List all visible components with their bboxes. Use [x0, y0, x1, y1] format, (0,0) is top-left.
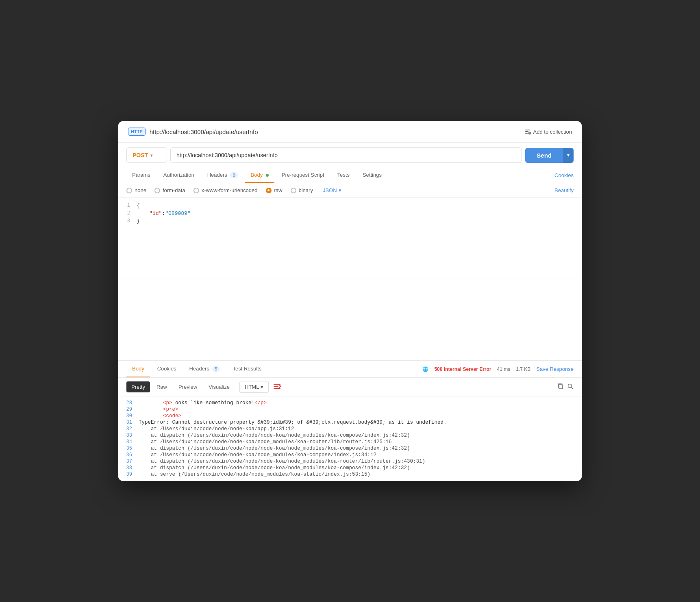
format-form-data[interactable]: form-data — [154, 187, 185, 193]
format-raw-label: raw — [274, 187, 283, 193]
cookies-button[interactable]: Cookies — [554, 168, 574, 182]
resp-linecontent-28: <p>Looks like something broke!</p> — [139, 400, 582, 406]
resp-line-32: 32 at /Users/duxin/code/node/node-koa/ap… — [118, 426, 582, 432]
resp-linenum-33: 33 — [118, 433, 139, 438]
format-urlencoded-label: x-www-form-urlencoded — [202, 187, 258, 193]
copy-button[interactable] — [557, 383, 564, 391]
editor-empty-space — [118, 279, 582, 360]
method-chevron-icon: ▾ — [150, 153, 152, 158]
resp-line-38: 38 at dispatch (/Users/duxin/code/node/n… — [118, 465, 582, 471]
svg-rect-2 — [525, 133, 528, 134]
code-line-2: 2 "id":"089089" — [118, 210, 582, 217]
resp-line-30: 30 <code> — [118, 413, 582, 419]
resp-linenum-38: 38 — [118, 465, 139, 471]
globe-icon: 🌐 — [422, 366, 428, 372]
response-format-bar: Pretty Raw Preview Visualize HTML ▾ — [118, 378, 582, 396]
resp-linecontent-32: at /Users/duxin/code/node/node-koa/app.j… — [139, 426, 582, 432]
line-num-2: 2 — [118, 210, 137, 216]
tab-pre-request-script[interactable]: Pre-request Script — [276, 168, 330, 183]
resp-linenum-32: 32 — [118, 426, 139, 432]
resp-tab-test-results[interactable]: Test Results — [227, 361, 267, 377]
code-editor[interactable]: 1 { 2 "id":"089089" 3 } — [118, 198, 582, 279]
json-type-select[interactable]: JSON ▾ — [323, 187, 341, 193]
resp-linecontent-35: at dispatch (/Users/duxin/code/node/node… — [139, 446, 582, 451]
search-icon — [567, 383, 574, 390]
resp-line-33: 33 at dispatch (/Users/duxin/code/node/n… — [118, 432, 582, 439]
add-collection-label: Add to collection — [533, 129, 572, 135]
html-label: HTML — [245, 384, 259, 390]
send-button-group: Send ▾ — [525, 148, 574, 163]
radio-none-icon — [126, 188, 132, 193]
resp-line-34: 34 at /Users/duxin/code/node/node-koa/no… — [118, 439, 582, 445]
json-key-id: "id" — [149, 210, 162, 217]
format-binary-label: binary — [299, 187, 313, 193]
resp-linenum-37: 37 — [118, 459, 139, 464]
resp-linecontent-31: TypeError: Cannot destructure property &… — [139, 420, 582, 425]
beautify-button[interactable]: Beautify — [554, 187, 574, 193]
code-line-1: 1 { — [118, 202, 582, 210]
body-format-bar: none form-data x-www-form-urlencoded raw… — [118, 183, 582, 198]
save-response-button[interactable]: Save Response — [536, 366, 574, 372]
radio-urlencoded-icon — [193, 188, 199, 193]
resp-linecontent-39: at serve (/Users/duxin/code/node/node_mo… — [139, 472, 582, 477]
copy-icon — [557, 383, 564, 390]
resp-tab-headers[interactable]: Headers 5 — [184, 361, 226, 377]
resp-format-visualize[interactable]: Visualize — [204, 381, 235, 392]
title-bar: HTTP http://localhost:3000/api/update/us… — [118, 121, 582, 143]
wrap-button[interactable] — [274, 383, 282, 391]
add-to-collection-button[interactable]: Add to collection — [524, 128, 572, 135]
svg-rect-9 — [559, 385, 563, 389]
radio-binary-icon — [291, 188, 296, 193]
response-action-icons — [557, 383, 574, 391]
resp-headers-badge: 5 — [212, 366, 220, 372]
radio-raw-icon — [266, 188, 272, 193]
body-dot — [266, 174, 269, 177]
resp-linecontent-38: at dispatch (/Users/duxin/code/node/node… — [139, 465, 582, 471]
resp-linecontent-34: at /Users/duxin/code/node/node-koa/node_… — [139, 439, 582, 445]
format-raw[interactable]: raw — [266, 187, 283, 193]
collection-icon — [524, 128, 531, 135]
code-line-3: 3 } — [118, 217, 582, 225]
resp-linecontent-30: <code> — [139, 413, 582, 419]
format-urlencoded[interactable]: x-www-form-urlencoded — [193, 187, 258, 193]
line-content-3: } — [137, 218, 582, 224]
resp-line-39: 39 at serve (/Users/duxin/code/node/node… — [118, 471, 582, 478]
tab-authorization[interactable]: Authorization — [158, 168, 200, 183]
resp-format-preview[interactable]: Preview — [174, 381, 202, 392]
line-num-1: 1 — [118, 203, 137, 208]
html-chevron-icon: ▾ — [261, 384, 263, 390]
json-value-id: "089089" — [165, 210, 190, 217]
resp-linecontent-29: <pre> — [139, 407, 582, 412]
tab-tests[interactable]: Tests — [332, 168, 355, 183]
wrap-icon — [274, 383, 282, 389]
resp-linenum-29: 29 — [118, 407, 139, 412]
resp-format-raw[interactable]: Raw — [152, 381, 172, 392]
tab-params[interactable]: Params — [126, 168, 156, 183]
response-time: 41 ms — [497, 366, 511, 372]
format-none[interactable]: none — [126, 187, 146, 193]
tab-body[interactable]: Body — [245, 168, 274, 183]
resp-tab-body[interactable]: Body — [126, 361, 150, 377]
resp-line-28: 28 <p>Looks like something broke!</p> — [118, 400, 582, 406]
format-binary[interactable]: binary — [291, 187, 313, 193]
send-button[interactable]: Send — [525, 148, 563, 163]
resp-line-35: 35 at dispatch (/Users/duxin/code/node/n… — [118, 445, 582, 452]
send-dropdown-button[interactable]: ▾ — [563, 148, 574, 163]
resp-linecontent-36: at /Users/duxin/code/node/node-koa/node_… — [139, 452, 582, 458]
status-code: 500 Internal Server Error — [434, 366, 491, 372]
title-url: http://localhost:3000/api/update/userInf… — [150, 128, 258, 135]
url-bar: POST ▾ Send ▾ — [118, 143, 582, 168]
line-content-2: "id":"089089" — [137, 210, 582, 217]
url-input[interactable] — [170, 147, 522, 163]
http-badge: HTTP — [128, 128, 146, 136]
resp-format-pretty[interactable]: Pretty — [126, 381, 150, 392]
search-button[interactable] — [567, 383, 574, 391]
response-type-select[interactable]: HTML ▾ — [239, 381, 269, 393]
tab-headers[interactable]: Headers 8 — [202, 168, 243, 183]
method-select[interactable]: POST ▾ — [126, 147, 167, 163]
tab-settings[interactable]: Settings — [357, 168, 387, 183]
resp-linenum-35: 35 — [118, 446, 139, 451]
response-code-area: 28 <p>Looks like something broke!</p> 29… — [118, 396, 582, 481]
resp-linenum-31: 31 — [118, 420, 139, 425]
resp-tab-cookies[interactable]: Cookies — [152, 361, 182, 377]
